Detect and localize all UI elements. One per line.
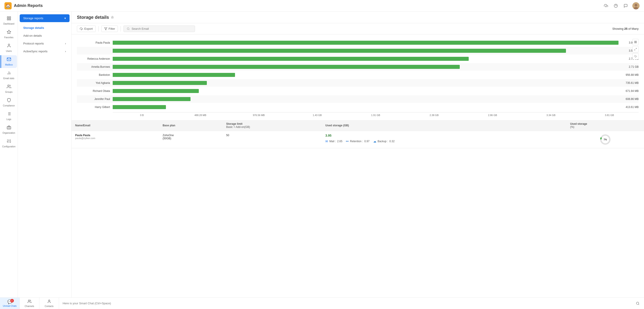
chart-bar-fill <box>113 65 460 69</box>
svg-line-40 <box>636 48 636 49</box>
col-name-email: Name/Email <box>72 120 159 131</box>
dashboard-icon <box>7 16 11 22</box>
search-box[interactable] <box>124 26 195 32</box>
chart-grid-icon[interactable] <box>632 39 639 45</box>
svg-point-4 <box>634 4 637 6</box>
storage-reports-label: Storage reports <box>23 16 44 20</box>
chart-expand-icon[interactable] <box>632 46 639 52</box>
toolbar-divider2 <box>120 26 121 32</box>
svg-point-46 <box>48 300 50 301</box>
logs-icon <box>7 112 11 117</box>
mail-detail: ✉ Mail : 2.65 <box>325 140 342 143</box>
svg-point-45 <box>28 300 30 301</box>
chart-bar-value: 2.71 GB <box>618 65 639 68</box>
channels-tab[interactable]: Channels <box>20 298 39 309</box>
table-body: Paula Paulapaula@zylker.comZohoOne(50GB)… <box>72 131 644 148</box>
add-on-details-item[interactable]: Add-on details <box>18 32 71 40</box>
storage-details-item[interactable]: Storage details <box>18 24 71 32</box>
svg-rect-36 <box>634 41 636 42</box>
sidebar-item-dashboard[interactable]: Dashboard <box>1 14 17 27</box>
svg-rect-9 <box>7 19 8 20</box>
sidebar-item-logs[interactable]: Logs <box>1 110 17 122</box>
export-button[interactable]: Export <box>77 26 96 32</box>
sidebar-item-groups[interactable]: Groups <box>1 82 17 95</box>
main-layout: Dashboard Favorites Users Mailbox Email … <box>0 12 644 297</box>
activesync-reports-item[interactable]: ActiveSync reports › <box>18 48 71 55</box>
sidebar-item-favorites[interactable]: Favorites <box>1 28 17 41</box>
cell-used-storage: 3.95 ✉ Mail : 2.65 ⚯ Retention : 0.97 ☁ … <box>322 131 567 148</box>
svg-marker-10 <box>7 30 11 34</box>
sidebar-item-organization[interactable]: Organization <box>1 124 17 136</box>
storage-total: 3.95 <box>325 134 563 137</box>
sidebar-item-label: Compliance <box>3 104 15 107</box>
channels-label: Channels <box>24 305 34 308</box>
unread-chats-tab[interactable]: 💬 Unread Chats 1 <box>0 298 20 309</box>
compliance-icon <box>7 98 11 104</box>
col-used-storage-pct: Used storage(%) <box>567 120 644 131</box>
chat-icon[interactable] <box>622 3 629 9</box>
chart-bar-area <box>113 105 618 110</box>
chat-input-area[interactable] <box>59 302 634 305</box>
chart-bar-value: 608.86 MB <box>618 98 639 100</box>
svg-rect-7 <box>9 17 10 18</box>
chart-row: Richard Obata671.94 MB <box>77 87 639 95</box>
chart-bar-area <box>113 96 618 102</box>
bottom-bar: 💬 Unread Chats 1 Channels Contacts <box>0 297 644 309</box>
protocol-reports-item[interactable]: Protocol reports › <box>18 40 71 48</box>
svg-point-15 <box>8 85 9 86</box>
search-input[interactable] <box>132 27 192 30</box>
header-right <box>603 2 640 10</box>
sidebar-item-configuration[interactable]: Configuration <box>1 137 17 150</box>
chevron-right-icon: › <box>65 50 66 53</box>
user-name: Paula Paula <box>75 134 156 137</box>
svg-point-34 <box>127 28 129 30</box>
organization-icon <box>7 125 11 131</box>
chart-bar-area <box>113 72 618 77</box>
storage-table: Name/Email Base plan Storage limitBasic … <box>72 120 644 148</box>
sidebar-item-email-stats[interactable]: Email stats <box>1 69 17 82</box>
svg-rect-22 <box>7 126 11 129</box>
svg-rect-8 <box>9 19 10 20</box>
avatar[interactable] <box>632 2 640 10</box>
sidebar-item-users[interactable]: Users <box>1 42 17 54</box>
col-base-plan: Base plan <box>159 120 222 131</box>
chart-bar-value: 671.94 MB <box>618 90 639 92</box>
svg-point-47 <box>636 302 639 304</box>
chart-x-label: 2.86 GB <box>463 114 522 116</box>
svg-rect-39 <box>634 42 636 43</box>
sidebar-item-compliance[interactable]: Compliance <box>1 96 17 109</box>
groups-icon <box>7 84 11 90</box>
contacts-tab[interactable]: Contacts <box>39 298 59 309</box>
users-icon <box>7 44 11 49</box>
mail-label: Mail : <box>330 140 336 143</box>
mail-icon: ✉ <box>325 140 328 143</box>
backup-icon: ☁ <box>373 140 376 143</box>
chart-bar-fill <box>113 105 166 109</box>
sidebar-item-mailbox[interactable]: Mailbox <box>0 55 17 68</box>
help-icon[interactable] <box>613 3 619 9</box>
svg-rect-6 <box>7 17 8 18</box>
chart-share-icon[interactable] <box>632 53 639 60</box>
chart-x-label: 3.34 GB <box>522 114 580 116</box>
content-header: Storage details ☆ <box>72 12 644 23</box>
smart-chat-input[interactable] <box>62 302 630 305</box>
retention-value: 0.97 <box>364 140 370 143</box>
favorite-star-icon[interactable]: ☆ <box>111 15 114 20</box>
chart-bar-area <box>113 40 618 45</box>
contacts-label: Contacts <box>45 305 54 308</box>
chart-bar-label: Yod Agbaria <box>77 82 113 84</box>
chat-search-icon[interactable] <box>634 300 641 307</box>
chart-bar-value: 735.61 MB <box>618 82 639 84</box>
chart-bar-fill <box>113 89 199 93</box>
chart-bar-label: Bankston <box>77 73 113 76</box>
chart-x-axis: 0 B488.28 MB976.56 MB1.43 GB1.91 GB2.38 … <box>113 112 639 116</box>
storage-reports-menu[interactable]: Storage reports ▾ <box>20 14 70 22</box>
filter-button[interactable]: Filter <box>101 26 118 32</box>
app-title: Admin Reports <box>14 3 43 8</box>
chart-bars: Paula Paula3.95 GB3.54 GBRebecca Anderso… <box>77 39 639 111</box>
upload-icon[interactable] <box>603 3 609 9</box>
chevron-down-icon: ▾ <box>64 16 66 20</box>
email-stats-icon <box>7 71 11 76</box>
sidebar-item-label: Configuration <box>2 145 16 148</box>
sidebar-item-label: Logs <box>6 118 12 121</box>
